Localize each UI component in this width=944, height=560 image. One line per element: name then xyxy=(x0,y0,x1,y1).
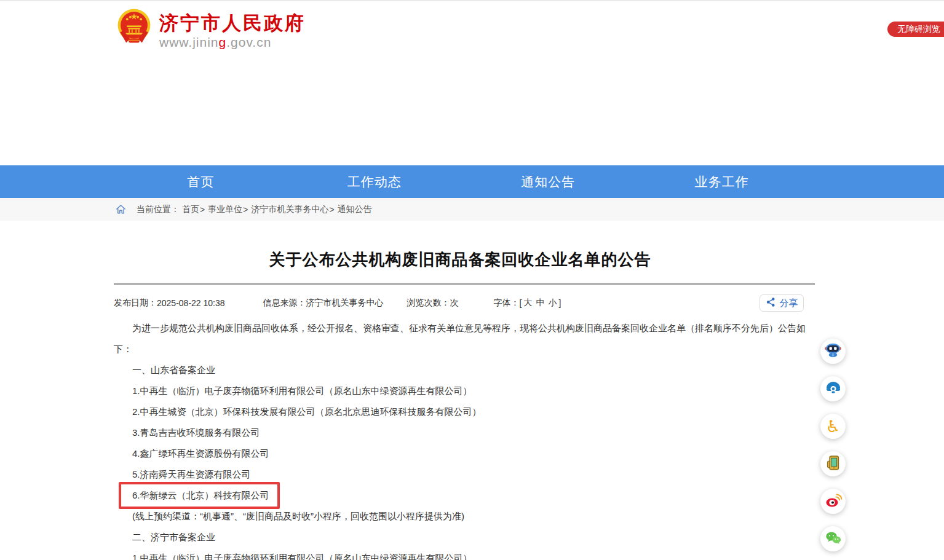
font-size-medium[interactable]: 中 xyxy=(536,298,544,309)
mobile-app-icon xyxy=(825,454,842,474)
breadcrumb-separator: > xyxy=(329,205,334,215)
list-item: 5.济南舜天再生资源有限公司 xyxy=(114,464,806,485)
list-item: 1.中再生（临沂）电子废弃物循环利用有限公司（原名山东中绿资源再生有限公司） xyxy=(114,548,806,560)
intro-paragraph: 为进一步规范公共机构废旧商品回收体系，经公开报名、资格审查、征求有关单位意见等程… xyxy=(114,318,806,360)
publish-date-value: 2025-08-22 10:38 xyxy=(157,298,225,308)
site-title: 济宁市人民政府 xyxy=(159,12,306,34)
list-item-highlighted: 6.华新绿云（北京）科技有限公司 xyxy=(114,485,806,506)
robot-assistant-button[interactable] xyxy=(820,339,846,364)
breadcrumb-separator: > xyxy=(243,205,248,215)
breadcrumb-separator: > xyxy=(200,205,205,215)
highlighted-company: 6.华新绿云（北京）科技有限公司 xyxy=(132,490,269,500)
font-bracket-open: [ xyxy=(520,298,522,308)
font-size-label: 字体： xyxy=(494,298,520,309)
source-label: 信息来源： xyxy=(263,298,306,309)
article-meta: 发布日期： 2025-08-22 10:38 信息来源： 济宁市机关事务中心 浏… xyxy=(114,294,806,312)
site-url: www.jining.gov.cn xyxy=(159,35,306,50)
source-value: 济宁市机关事务中心 xyxy=(306,298,384,309)
video-monitor-icon xyxy=(825,379,842,399)
font-size-large[interactable]: 大 xyxy=(523,298,532,309)
accessibility-button[interactable]: ♿ xyxy=(820,414,846,439)
breadcrumb-bar: 当前位置： 首页 > 事业单位 > 济宁市机关事务中心 > 通知公告 xyxy=(0,198,944,221)
breadcrumb-label: 当前位置： xyxy=(137,204,180,215)
wechat-button[interactable] xyxy=(820,526,846,551)
video-monitor-button[interactable] xyxy=(820,376,846,401)
breadcrumb-units[interactable]: 事业单位 xyxy=(208,204,242,215)
mobile-app-button[interactable] xyxy=(820,451,846,476)
site-header: 济宁市人民政府 www.jining.gov.cn 无障碍浏览 xyxy=(0,1,944,165)
breadcrumb-center[interactable]: 济宁市机关事务中心 xyxy=(251,204,328,215)
accessibility-icon: ♿ xyxy=(825,418,840,435)
publish-date-label: 发布日期： xyxy=(114,298,157,309)
robot-assistant-icon xyxy=(824,341,842,361)
breadcrumb-notices[interactable]: 通知公告 xyxy=(338,204,372,215)
site-logo[interactable]: 济宁市人民政府 www.jining.gov.cn xyxy=(117,7,306,50)
article: 关于公布公共机构废旧商品备案回收企业名单的公告 发布日期： 2025-08-22… xyxy=(114,221,806,560)
list-item: 2.中再生城资（北京）环保科技发展有限公司（原名北京思迪环保科技服务有限公司） xyxy=(114,401,806,422)
home-icon[interactable] xyxy=(115,203,127,215)
title-divider xyxy=(114,283,815,285)
accessibility-browse-button[interactable]: 无障碍浏览 xyxy=(887,22,944,37)
government-webpage: 济宁市人民政府 www.jining.gov.cn 无障碍浏览 首页 工作动态 … xyxy=(0,0,944,560)
share-label: 分享 xyxy=(780,298,798,309)
share-icon xyxy=(766,297,776,309)
list-item: 1.中再生（临沂）电子废弃物循环利用有限公司（原名山东中绿资源再生有限公司） xyxy=(114,381,806,401)
main-nav: 首页 工作动态 通知公告 业务工作 xyxy=(0,165,944,198)
logo-text: 济宁市人民政府 www.jining.gov.cn xyxy=(159,7,306,50)
nav-item-home[interactable]: 首页 xyxy=(114,165,288,198)
article-title: 关于公布公共机构废旧商品备案回收企业名单的公告 xyxy=(114,249,806,270)
nav-item-notices[interactable]: 通知公告 xyxy=(461,165,635,198)
breadcrumb-home[interactable]: 首页 xyxy=(182,204,199,215)
floating-toolbar: ♿ xyxy=(820,339,846,560)
list-item: 4.鑫广绿环再生资源股份有限公司 xyxy=(114,443,806,464)
article-body: 为进一步规范公共机构废旧商品回收体系，经公开报名、资格审查、征求有关单位意见等程… xyxy=(114,318,806,560)
views-value: 次 xyxy=(450,298,459,309)
breadcrumb: 当前位置： 首页 > 事业单位 > 济宁市机关事务中心 > 通知公告 xyxy=(115,203,372,215)
wechat-icon xyxy=(825,529,842,549)
weibo-icon xyxy=(825,492,842,511)
section-heading-1: 一、山东省备案企业 xyxy=(114,360,806,381)
national-emblem-icon xyxy=(117,7,151,50)
font-bracket-close: ] xyxy=(558,298,561,308)
section-heading-2: 二、济宁市备案企业 xyxy=(114,527,806,548)
share-button[interactable]: 分享 xyxy=(760,294,804,312)
list-item: 3.青岛吉吉收环境服务有限公司 xyxy=(114,422,806,443)
weibo-button[interactable] xyxy=(820,489,846,514)
nav-item-news[interactable]: 工作动态 xyxy=(288,165,462,198)
views-label: 浏览次数： xyxy=(407,298,450,309)
list-item-note: (线上预约渠道：“机事通”、“废旧商品及时收”小程序，回收范围以小程序提供为准) xyxy=(114,506,806,527)
nav-item-work[interactable]: 业务工作 xyxy=(635,165,809,198)
font-size-small[interactable]: 小 xyxy=(548,298,557,309)
